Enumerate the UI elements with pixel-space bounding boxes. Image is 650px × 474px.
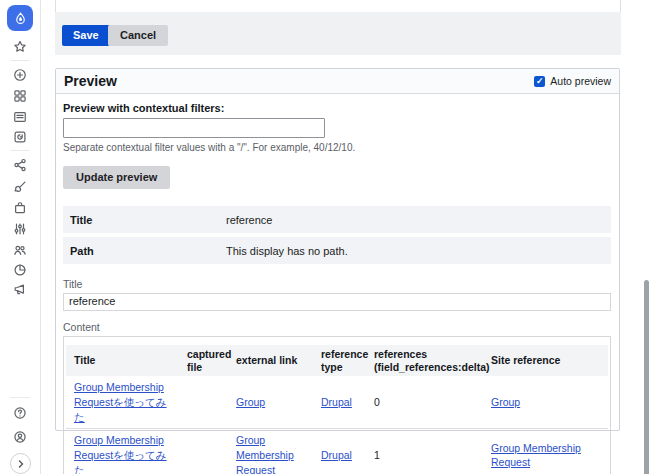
contextual-filters-help: Separate contextual filter values with a… bbox=[63, 142, 611, 153]
sidebar-divider bbox=[10, 150, 30, 151]
configuration-sliders-icon[interactable] bbox=[13, 222, 27, 236]
col-header-captured-file: captured file bbox=[179, 345, 228, 376]
admin-sidebar bbox=[0, 0, 41, 474]
col-header-external-link: external link bbox=[228, 345, 313, 376]
blocks-icon[interactable] bbox=[13, 89, 27, 103]
preview-panel: Preview ✓ Auto preview Preview with cont… bbox=[55, 68, 620, 431]
content-icon[interactable] bbox=[13, 110, 27, 124]
cancel-button[interactable]: Cancel bbox=[108, 25, 168, 46]
add-content-icon[interactable] bbox=[13, 68, 27, 82]
user-account-icon[interactable] bbox=[13, 430, 27, 444]
row-title-link[interactable]: Group Membership Requestを使ってみた bbox=[74, 434, 167, 474]
col-header-site-reference: Site reference bbox=[483, 345, 608, 376]
form-panel-right-edge bbox=[620, 0, 621, 12]
content-table-container: Title captured file external link refere… bbox=[63, 336, 611, 474]
col-header-title: Title bbox=[66, 345, 179, 376]
row-site-reference-link[interactable]: Group bbox=[491, 396, 520, 408]
auto-preview-toggle[interactable]: ✓ Auto preview bbox=[534, 75, 611, 87]
row-references-delta: 1 bbox=[366, 429, 483, 474]
auto-preview-label: Auto preview bbox=[550, 75, 611, 87]
summary-label: Title bbox=[70, 214, 226, 226]
row-site-reference-link[interactable]: Group Membership Request bbox=[491, 442, 581, 469]
row-references-delta: 0 bbox=[366, 376, 483, 429]
preview-header: Preview ✓ Auto preview bbox=[56, 69, 619, 94]
row-title-link[interactable]: Group Membership Requestを使ってみた bbox=[74, 381, 167, 422]
form-actions-bar: Save Cancel bbox=[55, 12, 621, 55]
summary-row-title: Title reference bbox=[63, 206, 611, 233]
row-captured-file bbox=[179, 429, 228, 474]
help-icon[interactable] bbox=[13, 406, 27, 420]
recent-items-icon[interactable] bbox=[13, 130, 27, 144]
checkbox-checked-icon[interactable]: ✓ bbox=[534, 76, 545, 87]
row-reference-type-link[interactable]: Drupal bbox=[321, 396, 352, 408]
table-header-row: Title captured file external link refere… bbox=[66, 345, 608, 376]
content-label: Content bbox=[63, 321, 611, 333]
row-captured-file bbox=[179, 376, 228, 429]
contextual-filters-input[interactable] bbox=[63, 118, 325, 138]
preview-summary: Title reference Path This display has no… bbox=[63, 206, 611, 264]
summary-label: Path bbox=[70, 245, 226, 257]
form-panel-left-edge bbox=[55, 0, 56, 12]
announcements-megaphone-icon[interactable] bbox=[13, 282, 27, 296]
extend-icon[interactable] bbox=[13, 201, 27, 215]
vertical-scrollbar-thumb[interactable] bbox=[644, 280, 649, 474]
table-row: Group Membership Requestを使ってみた Group Mem… bbox=[66, 429, 608, 474]
table-row: Group Membership Requestを使ってみた Group Dru… bbox=[66, 376, 608, 429]
people-icon[interactable] bbox=[13, 243, 27, 257]
expand-sidebar-button[interactable] bbox=[10, 453, 31, 474]
update-preview-button[interactable]: Update preview bbox=[63, 166, 170, 189]
title-field-label: Title bbox=[63, 278, 611, 290]
row-reference-type-link[interactable]: Drupal bbox=[321, 449, 352, 461]
summary-row-path: Path This display has no path. bbox=[63, 237, 611, 264]
content-table: Title captured file external link refere… bbox=[66, 345, 608, 474]
star-shortcuts-icon[interactable] bbox=[13, 40, 27, 54]
sidebar-divider bbox=[10, 397, 30, 398]
structure-share-icon[interactable] bbox=[13, 158, 27, 172]
save-button[interactable]: Save bbox=[62, 25, 110, 46]
col-header-reference-type: reference type bbox=[313, 345, 366, 376]
sidebar-divider bbox=[10, 60, 30, 61]
summary-value: This display has no path. bbox=[226, 245, 348, 257]
preview-body: Preview with contextual filters: Separat… bbox=[56, 94, 619, 474]
row-external-link[interactable]: Group bbox=[236, 396, 265, 408]
col-header-references-delta: references (field_references:delta) bbox=[366, 345, 483, 376]
title-field-value[interactable]: reference bbox=[63, 293, 611, 311]
row-external-link[interactable]: Group Membership Request bbox=[236, 434, 294, 474]
summary-value: reference bbox=[226, 214, 272, 226]
preview-heading: Preview bbox=[64, 73, 117, 89]
reports-pie-icon[interactable] bbox=[13, 263, 27, 277]
drupal-logo-icon[interactable] bbox=[7, 5, 33, 31]
contextual-filters-label: Preview with contextual filters: bbox=[63, 102, 611, 114]
appearance-brush-icon[interactable] bbox=[13, 180, 27, 194]
